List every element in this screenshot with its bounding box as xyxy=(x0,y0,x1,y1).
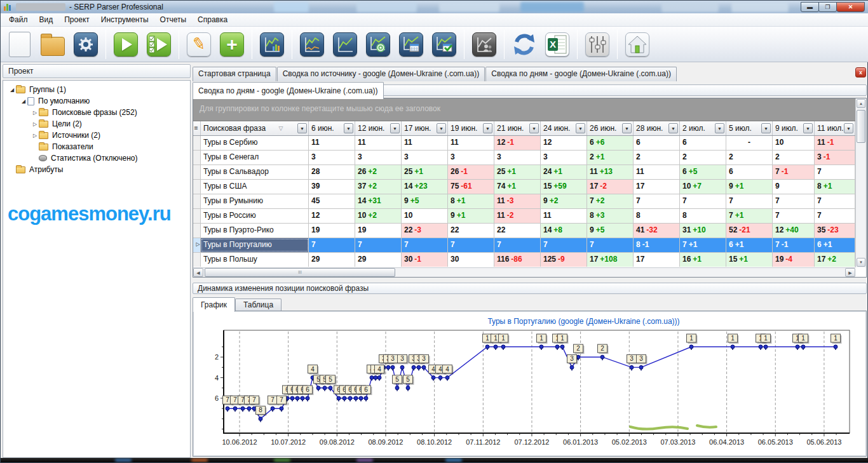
date-column-header-11[interactable]: 11 июл.▼ xyxy=(815,121,855,135)
date-column-header-3[interactable]: 19 июн.▼ xyxy=(448,121,494,135)
position-cell[interactable]: 11 xyxy=(402,136,448,150)
position-cell[interactable]: 24+1 xyxy=(541,165,587,179)
position-cell[interactable]: 6+5 xyxy=(680,165,726,179)
position-cell[interactable]: 22 xyxy=(494,224,541,238)
position-cell[interactable]: 7-1 xyxy=(773,165,815,179)
column-dropdown-button[interactable]: ▼ xyxy=(390,123,400,133)
column-dropdown-button[interactable]: ▼ xyxy=(576,123,585,133)
position-cell[interactable]: 30 xyxy=(448,253,494,267)
position-cell[interactable]: 11-2 xyxy=(494,209,541,223)
expanded-icon[interactable]: ◢ xyxy=(20,98,27,104)
position-cell[interactable]: 26-1 xyxy=(448,165,494,179)
position-cell[interactable]: 8 xyxy=(634,209,680,223)
position-cell[interactable]: 12-1 xyxy=(494,136,541,150)
minimize-button[interactable]: ▬ xyxy=(801,2,819,12)
menu-item-4[interactable]: Отчеты xyxy=(154,14,192,25)
phrase-cell[interactable]: Туры в Португалию xyxy=(201,238,309,252)
position-cell[interactable]: 7 xyxy=(815,209,855,223)
date-column-header-8[interactable]: 2 июл.▼ xyxy=(680,121,726,135)
position-cell[interactable]: 22 xyxy=(448,224,494,238)
table-row[interactable]: Туры в Сербию1111111112-1126+666-1011-1 xyxy=(193,136,855,151)
position-cell[interactable]: 41-32 xyxy=(634,224,680,238)
phrase-cell[interactable]: Туры в Сербию xyxy=(201,136,309,150)
position-cell[interactable]: 11-3 xyxy=(494,194,541,208)
position-cell[interactable]: 7+1 xyxy=(680,238,726,252)
tree-item-5[interactable]: Показатели xyxy=(3,141,190,152)
position-cell[interactable]: 11+13 xyxy=(587,165,634,179)
tab-3[interactable]: Сводка по дням - google (Домен-Ukraine (… xyxy=(193,82,384,99)
position-cell[interactable]: 35-23 xyxy=(815,224,855,238)
date-column-header-9[interactable]: 5 июл.▼ xyxy=(726,121,773,135)
position-cell[interactable]: 8-1 xyxy=(634,238,680,252)
position-cell[interactable]: 6 xyxy=(634,136,680,150)
column-dropdown-button[interactable]: ▼ xyxy=(622,123,632,133)
table-row[interactable]: Туры в Сальвадор2826+225+126-125+124+111… xyxy=(193,165,855,180)
position-cell[interactable]: 8+1 xyxy=(448,194,494,208)
position-cell[interactable]: 16+1 xyxy=(680,253,726,267)
position-cell[interactable]: 10 xyxy=(773,136,815,150)
phrase-cell[interactable]: Туры в Россию xyxy=(201,209,309,223)
position-cell[interactable]: 2 xyxy=(726,151,773,164)
date-column-header-4[interactable]: 21 июн.▼ xyxy=(494,121,541,135)
column-dropdown-button[interactable]: ▼ xyxy=(483,123,492,133)
position-cell[interactable]: 9+2 xyxy=(541,194,587,208)
report-competitors-button[interactable] xyxy=(469,29,499,60)
position-cell[interactable]: 10+2 xyxy=(355,209,402,223)
add-button[interactable]: + xyxy=(217,29,247,60)
tree-item-0[interactable]: ◢Группы (1) xyxy=(3,84,190,95)
run-selected-button[interactable] xyxy=(144,29,174,60)
report-dynamics-button[interactable] xyxy=(297,29,327,60)
close-tab-button[interactable]: x xyxy=(855,67,866,77)
scroll-right-arrow[interactable]: ▶ xyxy=(845,268,855,277)
date-column-header-10[interactable]: 9 июл.▼ xyxy=(773,121,815,135)
position-cell[interactable]: 6 xyxy=(680,136,726,150)
position-cell[interactable]: 9+1 xyxy=(726,180,773,194)
position-cell[interactable]: 37+2 xyxy=(355,180,402,194)
report-targets-button[interactable] xyxy=(363,29,393,60)
position-cell[interactable]: 7 xyxy=(815,165,855,179)
report-days-button[interactable] xyxy=(396,29,426,60)
scrollbar-thumb[interactable] xyxy=(205,268,395,277)
position-cell[interactable]: 25+1 xyxy=(494,165,541,179)
position-cell[interactable]: 3 xyxy=(541,151,587,164)
position-cell[interactable]: 19 xyxy=(355,224,402,238)
menu-item-3[interactable]: Инструменты xyxy=(95,14,154,25)
position-cell[interactable]: 7 xyxy=(815,194,855,208)
collapsed-icon[interactable]: ▷ xyxy=(31,110,39,116)
date-column-header-1[interactable]: 12 июн.▼ xyxy=(355,121,402,135)
column-dropdown-button[interactable]: ▼ xyxy=(344,123,353,133)
column-dropdown-button[interactable]: ▼ xyxy=(761,123,771,133)
position-cell[interactable]: 15+1 xyxy=(726,253,773,267)
position-cell[interactable]: 26+2 xyxy=(355,165,402,179)
position-cell[interactable]: 17 xyxy=(634,253,680,267)
date-column-header-7[interactable]: 28 июн.▼ xyxy=(634,121,680,135)
menu-item-5[interactable]: Справка xyxy=(192,14,233,25)
position-cell[interactable]: 3-1 xyxy=(815,151,855,164)
position-cell[interactable]: 7 xyxy=(634,194,680,208)
horizontal-scrollbar[interactable]: ◀ ▶ xyxy=(193,267,855,277)
table-row[interactable]: Туры в Польшу292930-130116-86125-917+108… xyxy=(193,253,855,267)
position-cell[interactable]: 6+1 xyxy=(726,238,773,252)
position-cell[interactable]: 2 xyxy=(634,151,680,164)
groupby-bar[interactable]: Для группировки по колонке перетащите мы… xyxy=(193,98,855,121)
position-cell[interactable]: 7 xyxy=(494,238,541,252)
column-dropdown-button[interactable]: ▼ xyxy=(437,123,446,133)
position-cell[interactable]: 8+3 xyxy=(587,209,634,223)
phrase-cell[interactable]: Туры в США xyxy=(201,180,309,194)
position-cell[interactable]: 11 xyxy=(634,165,680,179)
new-project-button[interactable] xyxy=(4,29,35,60)
position-cell[interactable]: 22-3 xyxy=(402,224,448,238)
position-cell[interactable]: 75-61 xyxy=(448,180,494,194)
column-dropdown-button[interactable]: ▼ xyxy=(715,123,724,133)
table-row[interactable]: ▷Туры в Португалию77777778-17+16+17-16+1 xyxy=(193,238,855,253)
position-cell[interactable]: 10+7 xyxy=(680,180,726,194)
position-cell[interactable]: 7 xyxy=(587,238,634,252)
position-cell[interactable]: 11 xyxy=(355,136,402,150)
position-cell[interactable]: 12+40 xyxy=(773,224,815,238)
position-cell[interactable]: 17+108 xyxy=(587,253,634,267)
phrase-cell[interactable]: Туры в Сенегал xyxy=(201,151,309,164)
maximize-button[interactable]: ❐ xyxy=(818,2,837,12)
position-cell[interactable]: 2 xyxy=(680,151,726,164)
date-column-header-2[interactable]: 17 июн.▼ xyxy=(402,121,448,135)
position-cell[interactable]: 14+31 xyxy=(355,194,402,208)
